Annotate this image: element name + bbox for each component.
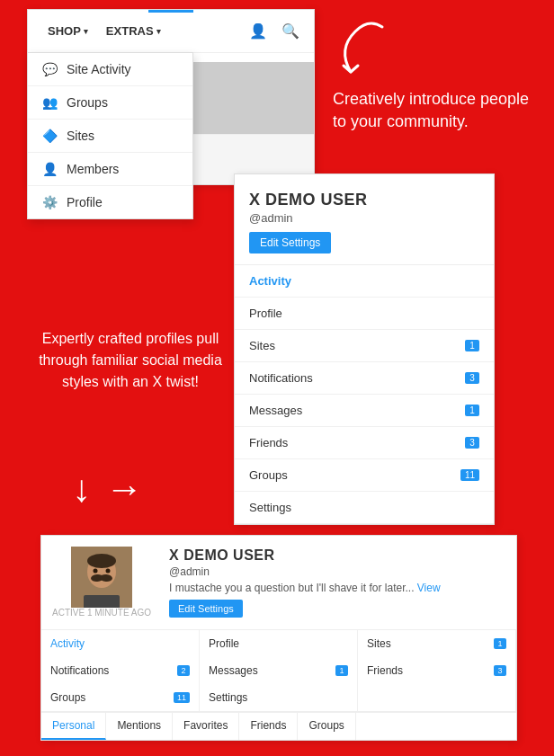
profile-nav-groups[interactable]: Groups 11: [235, 459, 494, 492]
friends-tab[interactable]: Friends: [239, 713, 298, 740]
dropdown-item-groups[interactable]: 👥 Groups: [28, 86, 192, 120]
profile-nav-messages[interactable]: Messages 1: [235, 395, 494, 427]
profile-nav: Activity Profile Sites 1 Notifications 3…: [235, 264, 494, 524]
profile-nav-activity[interactable]: Activity: [235, 265, 494, 298]
arrow-right-icon: →: [105, 467, 143, 511]
bottom-friends-badge: 3: [494, 665, 506, 676]
personal-tab[interactable]: Personal: [41, 713, 106, 740]
arrow-down-icon: ↓: [72, 467, 91, 511]
profiles-text-overlay: Expertly crafted profiles pull through f…: [27, 328, 234, 393]
dropdown-item-profile[interactable]: ⚙️ Profile: [28, 186, 192, 218]
bottom-nav-profile[interactable]: Profile: [200, 630, 358, 657]
profile-handle: @admin: [249, 211, 479, 225]
bottom-nav-activity[interactable]: Activity: [41, 630, 200, 657]
personal-tabs: Personal Mentions Favorites Friends Grou…: [41, 712, 516, 740]
bottom-notifications-badge: 2: [177, 665, 190, 676]
navbar: SHOP ▾ EXTRAS ▾ 👤 🔍: [28, 10, 314, 53]
nav-active-indicator: [148, 10, 193, 13]
bottom-edit-settings-button[interactable]: Edit Settings: [169, 600, 243, 618]
bottom-nav-settings[interactable]: Settings: [200, 684, 358, 711]
notifications-badge: 3: [465, 372, 479, 384]
bottom-sites-badge: 1: [494, 638, 506, 649]
profile-nav-sites[interactable]: Sites 1: [235, 330, 494, 362]
extras-arrow-icon: ▾: [156, 27, 161, 36]
arrows-graphic: ↓ →: [72, 467, 143, 511]
profile-nav-settings[interactable]: Settings: [235, 492, 494, 524]
sites-icon: 🔷: [42, 129, 58, 143]
shop-nav-item[interactable]: SHOP ▾: [39, 10, 97, 52]
profile-username: X DEMO USER: [249, 191, 479, 209]
view-link[interactable]: View: [417, 582, 441, 594]
user-icon-btn[interactable]: 👤: [246, 19, 271, 44]
svg-point-6: [106, 569, 111, 574]
bottom-nav-empty: [358, 684, 516, 711]
bottom-nav-groups[interactable]: Groups 11: [41, 684, 200, 711]
dropdown-label-site-activity: Site Activity: [67, 62, 131, 76]
favorites-tab[interactable]: Favorites: [173, 713, 239, 740]
dropdown-label-sites: Sites: [67, 129, 94, 143]
svg-point-2: [87, 554, 116, 568]
bottom-nav: Activity Profile Sites 1 Notifications 2…: [41, 630, 516, 712]
nav-icons-group: 👤 🔍: [246, 19, 303, 44]
mentions-tab[interactable]: Mentions: [106, 713, 173, 740]
dropdown-label-profile: Profile: [67, 195, 103, 209]
extras-nav-item[interactable]: EXTRAS ▾: [97, 10, 170, 52]
bottom-groups-badge: 11: [174, 692, 190, 703]
profile-panel: X DEMO USER @admin Edit Settings Activit…: [234, 173, 495, 525]
bottom-card-header: ACTIVE 1 MINUTE AGO X DEMO USER @admin I…: [41, 536, 516, 630]
sites-badge: 1: [465, 340, 479, 351]
messages-badge: 1: [465, 405, 479, 416]
profile-nav-notifications[interactable]: Notifications 3: [235, 362, 494, 395]
dropdown-item-sites[interactable]: 🔷 Sites: [28, 120, 192, 153]
intro-text-overlay: Creatively introduce people to your comm…: [333, 88, 531, 133]
groups-tab[interactable]: Groups: [298, 713, 355, 740]
profile-nav-profile[interactable]: Profile: [235, 298, 494, 330]
bottom-username: X DEMO USER: [169, 547, 505, 564]
decorative-arrow: [324, 13, 396, 85]
dropdown-item-site-activity[interactable]: 💬 Site Activity: [28, 53, 192, 86]
svg-rect-7: [84, 595, 120, 608]
bottom-message: I mustache you a question but I'll shave…: [169, 582, 505, 594]
profile-nav-friends[interactable]: Friends 3: [235, 427, 494, 459]
bottom-nav-messages[interactable]: Messages 1: [200, 657, 358, 684]
friends-badge: 3: [465, 437, 479, 449]
avatar-image: [71, 547, 132, 608]
profile-gear-icon: ⚙️: [42, 195, 58, 209]
groups-icon: 👥: [42, 95, 58, 110]
members-icon: 👤: [42, 162, 58, 176]
dropdown-label-groups: Groups: [67, 95, 108, 110]
bottom-messages-badge: 1: [335, 665, 348, 676]
edit-settings-button[interactable]: Edit Settings: [249, 232, 331, 253]
bottom-handle: @admin: [169, 565, 505, 578]
groups-badge: 11: [460, 469, 479, 481]
profile-header: X DEMO USER @admin Edit Settings: [235, 174, 494, 264]
speech-bubble-icon: 💬: [42, 62, 58, 76]
bottom-nav-friends[interactable]: Friends 3: [358, 657, 516, 684]
bottom-nav-notifications[interactable]: Notifications 2: [41, 657, 200, 684]
bottom-user-card: ACTIVE 1 MINUTE AGO X DEMO USER @admin I…: [40, 535, 517, 741]
bottom-nav-sites[interactable]: Sites 1: [358, 630, 516, 657]
search-icon-btn[interactable]: 🔍: [278, 19, 303, 44]
bottom-user-info: X DEMO USER @admin I mustache you a ques…: [169, 547, 505, 618]
active-label: ACTIVE 1 MINUTE AGO: [52, 608, 151, 618]
avatar: [71, 547, 132, 608]
dropdown-item-members[interactable]: 👤 Members: [28, 153, 192, 186]
shop-arrow-icon: ▾: [84, 27, 88, 36]
dropdown-label-members: Members: [67, 162, 119, 176]
dropdown-menu: 💬 Site Activity 👥 Groups 🔷 Sites 👤 Membe…: [27, 52, 193, 219]
svg-point-5: [94, 569, 98, 574]
